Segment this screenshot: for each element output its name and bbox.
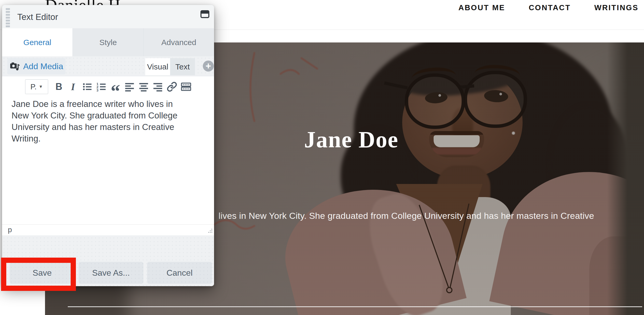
- save-as-button[interactable]: Save As...: [79, 262, 143, 284]
- element-path: p: [8, 226, 12, 234]
- link-icon[interactable]: [166, 80, 178, 94]
- hero-title: Jane Doe: [304, 127, 399, 153]
- bullet-list-icon[interactable]: [81, 80, 93, 94]
- site-nav: ABOUT ME CONTACT WRITINGS: [458, 0, 639, 15]
- add-media-label: Add Media: [23, 62, 63, 71]
- media-row: Add Media Visual Text +: [2, 56, 214, 76]
- tab-advanced[interactable]: Advanced: [144, 28, 214, 56]
- panel-title: Text Editor: [17, 12, 58, 22]
- toolbar-toggle-icon[interactable]: [180, 80, 192, 94]
- plus-button[interactable]: +: [203, 61, 214, 72]
- cancel-button[interactable]: Cancel: [147, 262, 212, 284]
- paragraph-format-dropdown[interactable]: P.▼: [25, 79, 48, 94]
- text-editor-panel: Text Editor General Style Advanced: [2, 5, 214, 286]
- nav-writings[interactable]: WRITINGS: [594, 3, 639, 12]
- editor-toolbar: P.▼ B I 1 2 3: [25, 79, 192, 94]
- add-media-button[interactable]: Add Media: [7, 58, 65, 74]
- italic-icon[interactable]: I: [67, 80, 79, 94]
- annotation-highlight-save: [1, 258, 76, 291]
- nav-contact[interactable]: CONTACT: [529, 3, 571, 12]
- hero-paragraph: lives in New York City. She graduated fr…: [219, 211, 594, 221]
- hero-divider-line: [68, 306, 642, 307]
- dock-window-icon[interactable]: [200, 10, 209, 18]
- resize-grip-icon[interactable]: [208, 229, 213, 234]
- editor-statusbar: p: [2, 224, 214, 235]
- drag-handle[interactable]: [6, 8, 10, 27]
- align-right-icon[interactable]: [152, 80, 164, 94]
- visual-mode-tab[interactable]: Visual: [145, 58, 170, 75]
- bold-icon[interactable]: B: [53, 80, 65, 94]
- panel-tabs: General Style Advanced: [2, 28, 214, 56]
- media-camera-note-icon: [10, 62, 20, 71]
- text-mode-tab[interactable]: Text: [170, 58, 195, 75]
- chevron-down-icon: ▼: [39, 84, 43, 89]
- screen: Danielle H ABOUT ME CONTACT WRITINGS: [0, 0, 644, 315]
- numbered-list-icon[interactable]: 1 2 3: [95, 80, 107, 94]
- nav-about-me[interactable]: ABOUT ME: [458, 3, 505, 12]
- align-center-icon[interactable]: [138, 80, 150, 94]
- panel-header: Text Editor: [2, 5, 214, 28]
- blockquote-icon[interactable]: “: [109, 75, 121, 98]
- align-left-icon[interactable]: [124, 80, 136, 94]
- editor-content[interactable]: Jane Doe is a freelance writer who lives…: [12, 98, 189, 144]
- visual-editor: P.▼ B I 1 2 3: [2, 76, 214, 235]
- tab-style[interactable]: Style: [73, 28, 143, 56]
- svg-text:3: 3: [97, 88, 98, 92]
- panel-body: Add Media Visual Text + P.▼ B I: [2, 56, 214, 286]
- tab-general[interactable]: General: [2, 28, 73, 56]
